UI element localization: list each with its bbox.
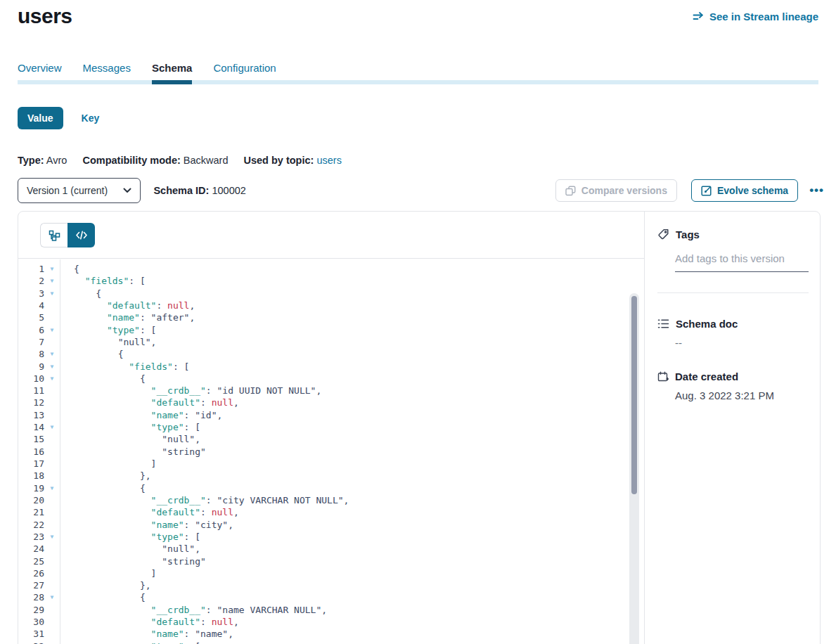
view-mode-toggle [40,223,95,247]
code-line: 18 }, [18,470,644,482]
line-number: 16 [18,446,44,458]
line-number: 8 [18,348,44,360]
line-number: 2 [18,275,44,287]
line-number: 25 [18,555,44,567]
tab-overview[interactable]: Overview [18,62,62,81]
value-toggle-button[interactable]: Value [18,107,63,129]
stream-lineage-label: See in Stream lineage [709,11,818,22]
more-actions-button[interactable]: ••• [809,181,824,200]
stream-lineage-link[interactable]: See in Stream lineage [693,11,818,22]
code-text: "string" [60,446,206,458]
compat-value: Backward [184,155,229,166]
fold-spacer [44,604,60,616]
code-text: ] [60,458,156,470]
code-lines: 1▼{2▼ "fields": [3▼ {4 "default": null,5… [18,259,644,644]
schema-meta: Type: Avro Compatibility mode: Backward … [18,155,342,166]
fold-toggle-icon[interactable]: ▼ [44,288,60,300]
code-text: "null", [60,433,200,445]
line-number: 20 [18,494,44,506]
code-line: 32▼ "type": [ [18,640,644,644]
fold-toggle-icon[interactable]: ▼ [44,263,60,275]
line-number: 13 [18,409,44,421]
code-line: 13 "name": "id", [18,409,644,421]
fold-spacer [44,336,60,348]
version-select[interactable]: Version 1 (current) [18,178,141,203]
code-line: 17 ] [18,458,644,470]
code-view-button[interactable] [67,223,95,247]
tree-view-button[interactable] [40,223,67,247]
tags-title: Tags [676,228,700,240]
line-number: 3 [18,288,44,300]
tab-messages[interactable]: Messages [83,62,131,81]
fold-toggle-icon[interactable]: ▼ [44,275,60,287]
schema-doc-section: Schema doc -- [657,318,809,349]
code-line: 6▼ "type": [ [18,324,644,336]
schema-editor[interactable]: 1▼{2▼ "fields": [3▼ {4 "default": null,5… [18,212,645,644]
code-line: 26 ] [18,567,644,579]
code-line: 4 "default": null, [18,300,644,311]
fold-spacer [44,506,60,518]
code-line: 29 "__crdb__": "name VARCHAR NULL", [18,604,644,616]
line-number: 28 [18,591,44,603]
line-number: 17 [18,458,44,470]
fold-toggle-icon[interactable]: ▼ [44,482,60,494]
line-number: 11 [18,385,44,397]
line-number: 10 [18,373,44,385]
fold-toggle-icon[interactable]: ▼ [44,361,60,373]
fold-spacer [44,397,60,408]
code-text: "fields": [ [60,275,146,287]
code-line: 19▼ { [18,482,644,494]
schema-doc-title: Schema doc [676,318,738,330]
fold-toggle-icon[interactable]: ▼ [44,591,60,603]
fold-toggle-icon[interactable]: ▼ [44,421,60,433]
code-text: { [60,263,79,275]
code-line: 12 "default": null, [18,397,644,408]
compare-icon [565,186,576,196]
fold-spacer [44,579,60,591]
compare-versions-button[interactable]: Compare versions [555,179,677,202]
line-number: 9 [18,361,44,373]
line-number: 15 [18,433,44,445]
code-line: 20 "__crdb__": "city VARCHAR NOT NULL", [18,494,644,506]
fold-spacer [44,458,60,470]
line-number: 21 [18,506,44,518]
line-number: 26 [18,567,44,579]
version-toolbar: Version 1 (current) Schema ID: 100002 Co… [18,178,824,203]
fold-spacer [44,300,60,311]
evolve-schema-label: Evolve schema [717,185,788,196]
tags-input[interactable] [675,252,809,264]
line-number: 29 [18,604,44,616]
code-line: 28▼ { [18,591,644,603]
line-number: 24 [18,543,44,555]
topic-link[interactable]: users [316,155,341,166]
fold-toggle-icon[interactable]: ▼ [44,348,60,360]
line-number: 22 [18,519,44,531]
fold-spacer [44,494,60,506]
fold-spacer [44,470,60,482]
code-text: }, [60,579,151,591]
line-number: 7 [18,336,44,348]
schema-card: 1▼{2▼ "fields": [3▼ {4 "default": null,5… [18,211,821,644]
editor-scrollbar[interactable] [629,293,639,644]
line-number: 4 [18,300,44,311]
tab-schema[interactable]: Schema [152,62,193,81]
fold-toggle-icon[interactable]: ▼ [44,324,60,336]
fold-toggle-icon[interactable]: ▼ [44,531,60,543]
editor-scrollbar-thumb[interactable] [631,296,637,494]
fold-toggle-icon[interactable]: ▼ [44,640,60,644]
code-line: 1▼{ [18,263,644,275]
page-title: users [18,4,72,28]
evolve-schema-button[interactable]: Evolve schema [691,179,798,202]
code-area[interactable]: 1▼{2▼ "fields": [3▼ {4 "default": null,5… [18,259,644,644]
code-text: "__crdb__": "id UUID NOT NULL", [60,385,321,397]
code-text: "name": "name", [60,628,233,640]
line-number: 30 [18,616,44,628]
code-text: "name": "city", [60,519,233,531]
tab-configuration[interactable]: Configuration [213,62,276,81]
fold-toggle-icon[interactable]: ▼ [44,373,60,385]
calendar-icon [657,371,669,382]
code-text: "name": "after", [60,311,195,323]
code-line: 24 "null", [18,543,644,555]
code-line: 15 "null", [18,433,644,445]
key-toggle-button[interactable]: Key [82,112,100,124]
